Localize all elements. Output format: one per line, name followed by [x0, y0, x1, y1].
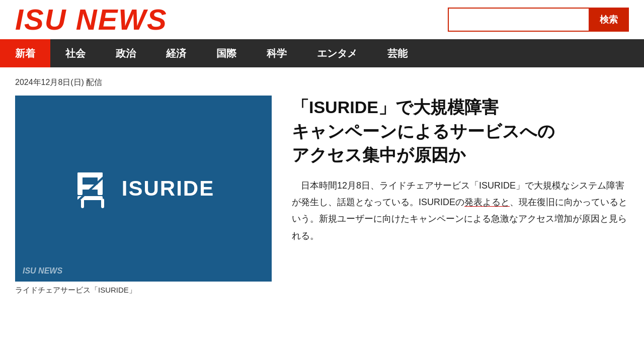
search-button[interactable]: 検索 — [589, 8, 629, 32]
site-logo: ISU NEWS — [15, 5, 168, 34]
article-body: ISURIDE ISU NEWS ライドチェアサービス「ISURIDE」 「IS… — [15, 96, 629, 295]
article-link[interactable]: 発表よると — [464, 197, 510, 207]
isuride-icon — [72, 168, 113, 209]
search-area: 検索 — [448, 8, 629, 32]
search-input[interactable] — [448, 8, 589, 32]
svg-rect-2 — [98, 172, 103, 195]
nav-item-economy[interactable]: 経済 — [151, 39, 201, 67]
article-content: 日本時間12月8日、ライドチェアサービス「ISURIDE」で大規模なシステム障害… — [292, 177, 629, 244]
article-date: 2024年12月8日(日) 配信 — [15, 77, 629, 88]
nav-item-science[interactable]: 科学 — [252, 39, 302, 67]
isuride-brand-text: ISURIDE — [122, 176, 214, 201]
nav-item-celebrity[interactable]: 芸能 — [372, 39, 423, 67]
nav-item-international[interactable]: 国際 — [201, 39, 252, 67]
nav-item-entertainment[interactable]: エンタメ — [302, 39, 372, 67]
image-logo-area: ISURIDE — [72, 168, 214, 209]
article-text-block: 「ISURIDE」で大規模障害キャンペーンによるサービスへのアクセス集中が原因か… — [292, 96, 629, 244]
article-image-caption: ライドチェアサービス「ISURIDE」 — [15, 286, 272, 295]
nav-item-new[interactable]: 新着 — [0, 39, 50, 67]
content-area: 2024年12月8日(日) 配信 — [0, 67, 644, 305]
image-watermark: ISU NEWS — [23, 266, 62, 276]
article-image-block: ISURIDE ISU NEWS ライドチェアサービス「ISURIDE」 — [15, 96, 272, 295]
header: ISU NEWS 検索 — [0, 0, 644, 39]
nav-item-politics[interactable]: 政治 — [101, 39, 151, 67]
nav-item-society[interactable]: 社会 — [50, 39, 101, 67]
main-nav: 新着 社会 政治 経済 国際 科学 エンタメ 芸能 — [0, 39, 644, 67]
article-image: ISURIDE ISU NEWS — [15, 96, 272, 282]
article-title: 「ISURIDE」で大規模障害キャンペーンによるサービスへのアクセス集中が原因か — [292, 96, 629, 167]
